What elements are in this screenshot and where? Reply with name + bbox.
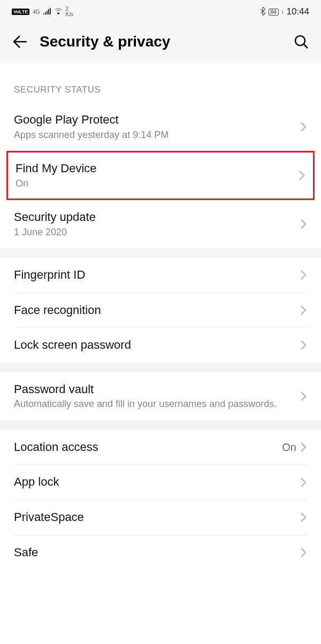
chevron-right-icon [300, 511, 307, 523]
back-button[interactable] [12, 34, 28, 50]
chevron-right-icon [300, 339, 307, 351]
chevron-right-icon [300, 441, 307, 453]
item-title: Location access [14, 440, 282, 455]
item-title: Password vault [14, 382, 300, 397]
item-subtitle: On [16, 178, 298, 190]
item-privatespace[interactable]: PrivateSpace [0, 500, 321, 535]
battery-tip: ı [282, 9, 284, 15]
item-lock-screen-password[interactable]: Lock screen password [0, 328, 321, 363]
wifi-icon [54, 7, 63, 16]
item-title: PrivateSpace [14, 510, 300, 525]
item-find-my-device[interactable]: Find My Device On [6, 151, 315, 200]
header: Security & privacy [0, 24, 321, 63]
item-subtitle: Automatically save and fill in your user… [14, 398, 300, 410]
item-title: Safe [14, 545, 300, 561]
page-title: Security & privacy [40, 33, 170, 50]
item-title: Face recognition [14, 303, 300, 318]
item-location-access[interactable]: Location access On [0, 430, 321, 465]
volte-badge: VoLTE [12, 9, 29, 15]
item-fingerprint-id[interactable]: Fingerprint ID [0, 258, 321, 293]
chevron-right-icon [300, 269, 307, 281]
svg-point-0 [295, 36, 305, 45]
item-face-recognition[interactable]: Face recognition [0, 293, 321, 328]
item-password-vault[interactable]: Password vault Automatically save and fi… [0, 372, 321, 420]
chevron-right-icon [300, 547, 307, 558]
chevron-right-icon [300, 121, 307, 133]
item-subtitle: Apps scanned yesterday at 9:14 PM [14, 129, 300, 141]
item-app-lock[interactable]: App lock [0, 465, 321, 500]
chevron-right-icon [300, 304, 307, 316]
chevron-right-icon [300, 390, 307, 402]
item-title: Google Play Protect [14, 112, 300, 128]
item-title: Lock screen password [14, 338, 300, 353]
item-title: App lock [14, 474, 300, 490]
battery-badge: 84 [269, 9, 279, 16]
item-value: On [282, 441, 296, 454]
signal-icon [43, 7, 51, 16]
chevron-right-icon [300, 477, 307, 488]
item-title: Fingerprint ID [14, 267, 300, 283]
item-security-update[interactable]: Security update 1 June 2020 [0, 200, 321, 248]
search-button[interactable] [293, 34, 309, 50]
chevron-right-icon [298, 170, 305, 181]
item-safe[interactable]: Safe [0, 535, 321, 570]
data-speed: 2 K/s [66, 6, 73, 17]
status-right: 84 ı 10:44 [260, 6, 309, 17]
item-google-play-protect[interactable]: Google Play Protect Apps scanned yesterd… [0, 103, 321, 151]
section-header-security-status: SECURITY STATUS [0, 63, 321, 103]
chevron-right-icon [300, 218, 307, 230]
item-title: Security update [14, 210, 300, 225]
status-bar: VoLTE 4G 2 K/s 84 ı 10:44 [0, 0, 321, 24]
bluetooth-icon [260, 7, 265, 17]
item-title: Find My Device [16, 161, 298, 177]
network-type: 4G [33, 9, 40, 15]
item-subtitle: 1 June 2020 [14, 226, 300, 239]
clock: 10:44 [286, 6, 309, 17]
status-left: VoLTE 4G 2 K/s [12, 6, 73, 17]
